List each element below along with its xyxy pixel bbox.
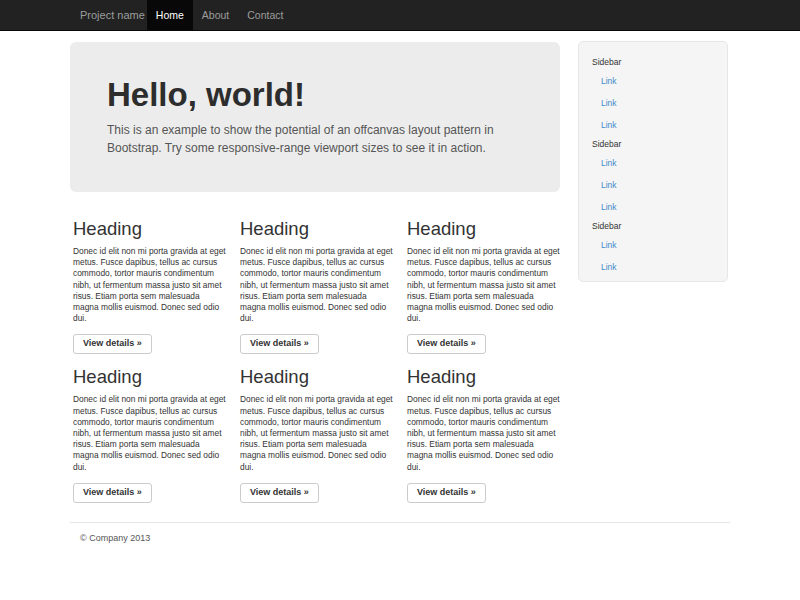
card-heading: Heading <box>240 367 400 387</box>
nav-item-contact[interactable]: Contact <box>238 0 292 30</box>
view-details-button[interactable]: View details » <box>73 483 152 503</box>
card-body-text: Donec id elit non mi porta gravida at eg… <box>73 246 227 324</box>
sidebar-link[interactable]: Link <box>592 234 717 256</box>
card-body-text: Donec id elit non mi porta gravida at eg… <box>240 394 394 472</box>
jumbotron-title: Hello, world! <box>107 78 530 113</box>
jumbotron: Hello, world! This is an example to show… <box>70 42 560 192</box>
card-heading: Heading <box>407 219 567 239</box>
sidebar-link[interactable]: Link <box>592 70 717 92</box>
card-body-text: Donec id elit non mi porta gravida at eg… <box>73 394 227 472</box>
sidebar-group-3: Sidebar Link Link <box>592 221 717 278</box>
sidebar: Sidebar Link Link Link Sidebar Link Link… <box>578 41 728 282</box>
nav-item-about[interactable]: About <box>193 0 238 30</box>
view-details-button[interactable]: View details » <box>240 334 319 354</box>
card-4: Heading Donec id elit non mi porta gravi… <box>70 354 233 502</box>
cards-grid: Heading Donec id elit non mi porta gravi… <box>70 206 560 503</box>
jumbotron-description: This is an example to show the potential… <box>107 121 527 157</box>
navbar-nav: Home About Contact <box>147 0 293 30</box>
sidebar-group-heading: Sidebar <box>592 139 717 149</box>
card-heading: Heading <box>407 367 567 387</box>
view-details-button[interactable]: View details » <box>240 483 319 503</box>
card-1: Heading Donec id elit non mi porta gravi… <box>70 206 233 354</box>
sidebar-group-heading: Sidebar <box>592 57 717 67</box>
sidebar-link[interactable]: Link <box>592 114 717 136</box>
sidebar-link[interactable]: Link <box>592 196 717 218</box>
sidebar-link[interactable]: Link <box>592 92 717 114</box>
nav-item-home[interactable]: Home <box>147 0 193 30</box>
footer: © Company 2013 <box>70 522 730 543</box>
page-container: Hello, world! This is an example to show… <box>70 42 730 543</box>
view-details-button[interactable]: View details » <box>407 334 486 354</box>
card-6: Heading Donec id elit non mi porta gravi… <box>404 354 567 502</box>
card-3: Heading Donec id elit non mi porta gravi… <box>404 206 567 354</box>
card-5: Heading Donec id elit non mi porta gravi… <box>237 354 400 502</box>
sidebar-link[interactable]: Link <box>592 256 717 278</box>
card-2: Heading Donec id elit non mi porta gravi… <box>237 206 400 354</box>
card-body-text: Donec id elit non mi porta gravida at eg… <box>407 394 561 472</box>
navbar-brand[interactable]: Project name <box>80 0 145 30</box>
card-body-text: Donec id elit non mi porta gravida at eg… <box>407 246 561 324</box>
card-heading: Heading <box>73 367 233 387</box>
sidebar-group-heading: Sidebar <box>592 221 717 231</box>
sidebar-group-2: Sidebar Link Link Link <box>592 139 717 218</box>
view-details-button[interactable]: View details » <box>407 483 486 503</box>
copyright-text: © Company 2013 <box>80 533 730 543</box>
card-heading: Heading <box>240 219 400 239</box>
sidebar-group-1: Sidebar Link Link Link <box>592 57 717 136</box>
navbar: Project name Home About Contact <box>0 0 800 31</box>
main-content: Hello, world! This is an example to show… <box>70 42 560 503</box>
card-heading: Heading <box>73 219 233 239</box>
view-details-button[interactable]: View details » <box>73 334 152 354</box>
sidebar-link[interactable]: Link <box>592 174 717 196</box>
card-body-text: Donec id elit non mi porta gravida at eg… <box>240 246 394 324</box>
sidebar-link[interactable]: Link <box>592 152 717 174</box>
